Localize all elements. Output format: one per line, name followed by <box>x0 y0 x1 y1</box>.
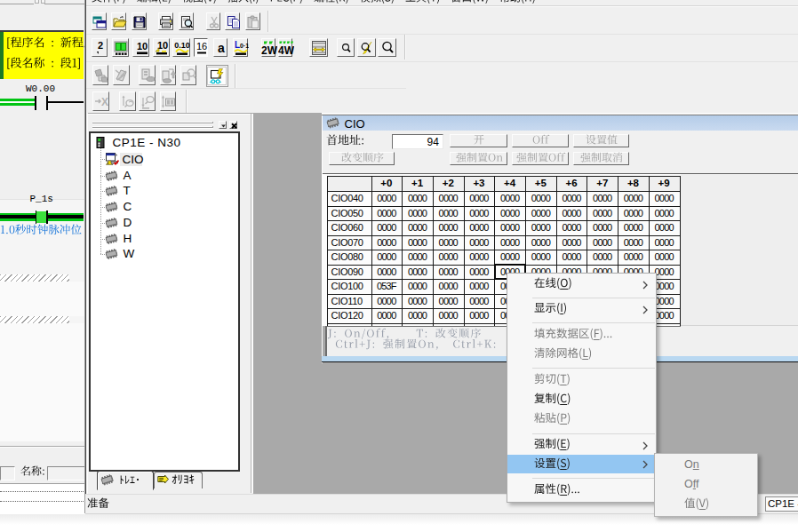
svg-text:16: 16 <box>196 41 207 52</box>
svg-text:a: a <box>218 40 225 54</box>
svg-text:10: 10 <box>136 40 147 51</box>
svg-text:0.10: 0.10 <box>174 40 190 49</box>
svg-text:X: X <box>101 96 108 108</box>
svg-text:2: 2 <box>97 40 102 51</box>
svg-text:2W: 2W <box>261 44 277 57</box>
svg-text:0·10: 0·10 <box>240 42 249 48</box>
svg-text:4W: 4W <box>278 44 294 57</box>
